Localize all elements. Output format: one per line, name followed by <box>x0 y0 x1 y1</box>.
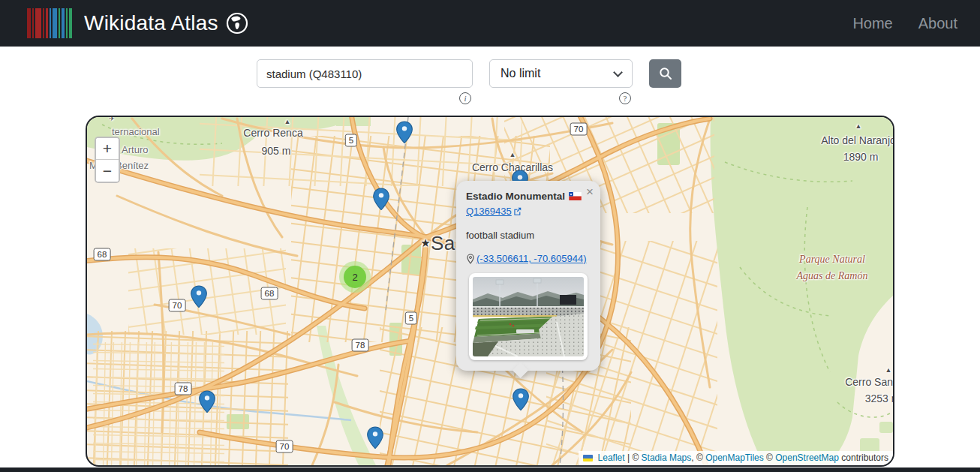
entity-search-input[interactable] <box>257 59 473 88</box>
map-label: 3253 m <box>865 392 894 404</box>
nav-about-link[interactable]: About <box>918 15 957 32</box>
zoom-out-button[interactable]: − <box>96 160 119 182</box>
map-section: ✈ternacionalo ArturoMeBenítez▲Cerro Renc… <box>0 116 980 467</box>
popup-close-button[interactable]: × <box>586 185 594 200</box>
map-label: Aguas de Ramón <box>797 270 868 282</box>
help-icon[interactable]: ? <box>619 92 631 104</box>
header: Wikidata Atlas Home About <box>0 0 980 47</box>
search-icon <box>659 67 672 80</box>
map-label: Alto del Naranjo <box>821 134 894 146</box>
map-label: Parque Natural <box>799 254 865 266</box>
coordinates-link[interactable]: (-33.506611, -70.605944) <box>476 253 586 264</box>
nav: Home About <box>852 15 957 32</box>
attribution-text: | © <box>625 452 642 463</box>
attribution-text: , © <box>691 452 705 463</box>
limit-select-value: No limit <box>501 67 540 80</box>
chile-flag-icon <box>569 192 582 200</box>
map-label: 1890 m <box>843 151 879 163</box>
map-marker[interactable] <box>396 121 413 143</box>
map-label: ▲ <box>510 151 516 158</box>
chevron-down-icon <box>613 68 623 77</box>
road-shield: 5 <box>405 312 417 325</box>
map-label: ▲ <box>284 118 291 125</box>
attribution: Leaflet | © Stadia Maps, © OpenMapTiles … <box>579 451 893 465</box>
map-marker[interactable] <box>191 285 208 308</box>
stadium-photo <box>469 273 588 360</box>
leaflet-link[interactable]: Leaflet <box>598 452 625 463</box>
map-marker[interactable] <box>199 390 216 413</box>
qid-text: Q1369435 <box>466 206 512 217</box>
footer-strip <box>0 467 980 472</box>
popup-description: football stadium <box>466 230 591 241</box>
road-shield: 78 <box>175 383 192 395</box>
info-icon[interactable]: i <box>459 92 471 104</box>
map-label: ▲ <box>885 366 892 374</box>
attribution-text: © <box>764 452 776 463</box>
road-shield: 70 <box>276 440 293 453</box>
map-label: Cerro San Ra <box>845 376 894 388</box>
openmaptiles-link[interactable]: OpenMapTiles <box>705 452 764 463</box>
marker-cluster[interactable]: 2 <box>339 261 371 293</box>
search-button[interactable] <box>649 59 681 88</box>
external-link-icon <box>513 207 522 215</box>
osm-link[interactable]: OpenStreetMap <box>775 452 839 463</box>
zoom-in-button[interactable]: + <box>96 138 119 160</box>
wikidata-logo <box>27 8 74 38</box>
page-title: Wikidata Atlas <box>84 11 218 35</box>
map-label: ternacional <box>112 126 160 137</box>
road-shield: 70 <box>169 299 186 312</box>
map-marker[interactable] <box>367 426 384 449</box>
nav-home-link[interactable]: Home <box>852 15 892 32</box>
cluster-count: 2 <box>344 266 366 288</box>
road-shield: 78 <box>352 339 369 352</box>
globe-icon <box>226 12 248 35</box>
map-popup: × Estadio Monumental Q1369435 football s… <box>456 181 600 371</box>
map-label: Cerro Renca <box>243 127 302 139</box>
search-bar: i No limit ? <box>0 47 980 116</box>
map-label: ★ <box>420 236 430 250</box>
limit-select[interactable]: No limit <box>489 59 633 88</box>
map-label: 905 m <box>262 145 291 157</box>
road-shield: 70 <box>570 123 588 136</box>
map-marker[interactable] <box>373 188 390 210</box>
attribution-text: contributors <box>839 452 888 463</box>
popup-title: Estadio Monumental <box>466 191 565 202</box>
ukraine-flag-icon <box>583 455 593 461</box>
map-label: ✈ <box>109 116 115 122</box>
stadia-link[interactable]: Stadia Maps <box>642 452 692 463</box>
road-shield: 68 <box>94 248 111 261</box>
zoom-control: + − <box>95 137 120 183</box>
map-label: Benítez <box>116 160 149 171</box>
qid-link[interactable]: Q1369435 <box>466 206 522 217</box>
map-label: ▲ <box>855 122 862 130</box>
map-marker[interactable] <box>513 388 530 410</box>
map[interactable]: ✈ternacionalo ArturoMeBenítez▲Cerro Renc… <box>86 116 894 467</box>
road-shield: 5 <box>345 134 357 147</box>
location-pin-icon <box>466 254 475 264</box>
road-shield: 68 <box>261 287 278 300</box>
